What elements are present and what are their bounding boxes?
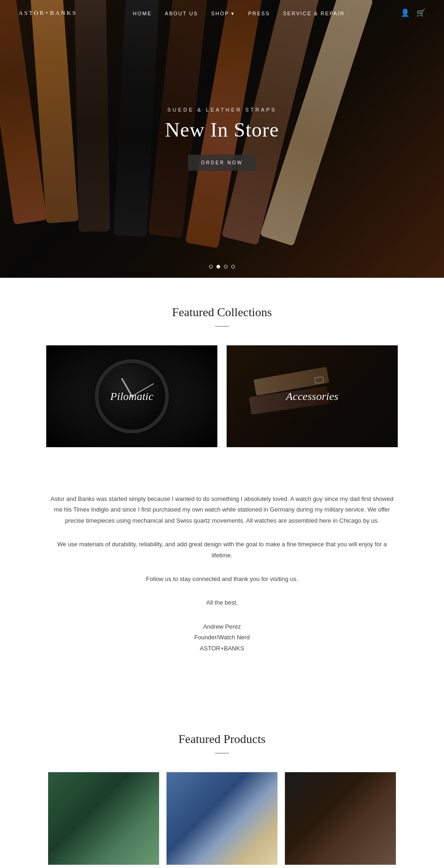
featured-collections-title: Featured Collections [37,306,407,319]
pilomatic-label: Pilomatic [110,390,153,403]
nav-service[interactable]: SERVICE & REPAIR [283,11,345,16]
signature-title: Founder/Watch Nerd [46,632,398,643]
signature-name: Andrew Perez [46,621,398,632]
dot-4[interactable] [231,265,235,269]
product-card-3[interactable] [285,772,396,865]
product-card-2[interactable] [166,772,278,865]
products-grid [28,772,416,865]
nav-press[interactable]: PRESS [248,11,270,16]
collections-grid: Pilomatic Accessories [37,345,407,447]
featured-collections-section: Featured Collections Pilomatic [0,278,444,470]
about-para-4: All the best, [46,597,398,608]
hero-subtitle: SUEDE & LEATHER STRAPS [165,107,279,112]
chevron-down-icon: ▾ [231,11,235,16]
dot-2[interactable] [216,265,220,269]
about-section: Astor and Banks was started simply becau… [0,470,444,677]
product-bg-1 [48,772,159,865]
product-bg-2 [166,772,278,865]
about-para-2: We use materials of durability, reliabil… [46,539,398,561]
accessories-label: Accessories [286,390,338,403]
featured-products-title: Featured Products [28,732,416,746]
nav-about[interactable]: ABOUT US [165,11,198,16]
nav-links: HOME ABOUT US SHOP ▾ PRESS SERVICE & REP… [133,9,345,17]
about-signature: Andrew Perez Founder/Watch Nerd ASTOR+BA… [46,621,398,654]
hero-cta-button[interactable]: ORDER NOW [188,155,256,171]
nav-shop[interactable]: SHOP ▾ [211,11,235,16]
section-divider [215,326,229,327]
signature-brand: ASTOR+BANKS [46,643,398,654]
hero-section: SUEDE & LEATHER STRAPS New In Store ORDE… [0,0,444,278]
site-logo[interactable]: ASTOR+BANKS [18,9,77,17]
cart-icon[interactable]: 🛒 [416,8,426,17]
featured-products-section: Featured Products [0,705,444,868]
nav-home[interactable]: HOME [133,11,152,16]
pilomatic-overlay: Pilomatic [46,345,217,447]
navbar: ASTOR+BANKS HOME ABOUT US SHOP ▾ PRESS S… [0,0,444,25]
about-para-1: Astor and Banks was started simply becau… [46,493,398,526]
products-divider [215,753,229,754]
hero-content: SUEDE & LEATHER STRAPS New In Store ORDE… [165,107,279,171]
nav-icons: 👤 🛒 [401,8,426,17]
hero-title: New In Store [165,118,279,142]
user-icon[interactable]: 👤 [401,8,410,17]
collection-card-pilomatic[interactable]: Pilomatic [46,345,217,447]
dot-1[interactable] [209,265,213,269]
about-para-3: Follow us to stay connected and thank yo… [46,574,398,584]
collection-card-accessories[interactable]: Accessories [227,345,398,447]
accessories-overlay: Accessories [227,345,398,447]
hero-dots [209,265,235,269]
dot-3[interactable] [224,265,228,269]
product-card-1[interactable] [48,772,159,865]
product-bg-3 [285,772,396,865]
spacer [0,677,444,705]
